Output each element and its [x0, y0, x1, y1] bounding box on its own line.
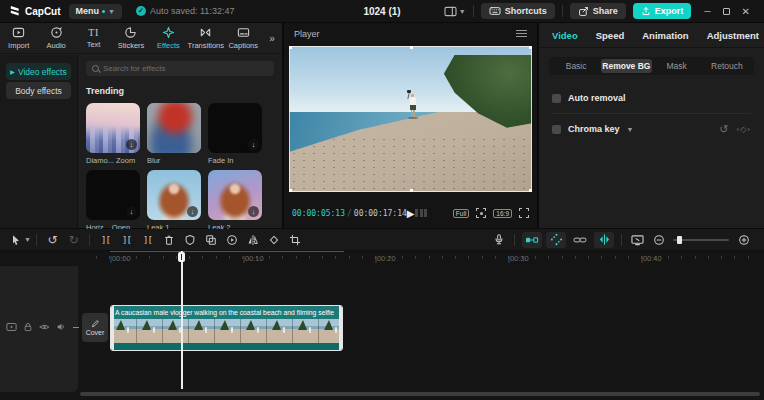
zoom-slider-knob[interactable] [677, 236, 682, 244]
media-panel: Import Audio TI Text Stickers Effects [0, 23, 282, 228]
reset-icon[interactable]: ↺ [719, 124, 728, 134]
menu-button[interactable]: Menu ▼ [69, 4, 122, 19]
video-clip[interactable]: A caucasian male vlogger walking on the … [110, 305, 343, 351]
tab-transitions[interactable]: Transitions [187, 23, 224, 53]
chevron-down-icon: ▼ [108, 8, 115, 15]
subtab-remove-bg[interactable]: Remove BG [601, 59, 651, 73]
tab-adjustment[interactable]: Adjustment [707, 30, 759, 41]
tab-stickers[interactable]: Stickers [112, 23, 149, 53]
tab-animation[interactable]: Animation [642, 30, 688, 41]
timeline-scrollbar[interactable] [80, 392, 760, 396]
expand-tabs-button[interactable]: » [262, 23, 282, 53]
sidebar-item-body-effects[interactable]: Body effects [6, 82, 71, 99]
delete-button[interactable] [158, 232, 179, 248]
timeline-zoom-in-button[interactable] [733, 232, 754, 248]
aspect-ratio-badge[interactable]: 16:9 [493, 209, 512, 218]
auto-split-toggle[interactable] [594, 232, 614, 248]
sidebar-item-video-effects[interactable]: ▶ Video effects [6, 63, 71, 80]
effect-thumbnail[interactable]: ↓ [208, 103, 262, 153]
effects-search[interactable] [86, 61, 274, 76]
timeline-ruler[interactable]: |00:00|00:10|00:20|00:30|00:40 [0, 251, 764, 266]
playhead-line[interactable] [181, 251, 183, 389]
freeze-button[interactable] [263, 232, 284, 248]
split-button[interactable]: ][ [95, 232, 116, 248]
share-button[interactable]: Share [570, 3, 626, 19]
clip-trim-handle-left[interactable] [111, 306, 114, 350]
effect-card[interactable]: ↓ Leak 1 [147, 170, 201, 232]
export-button[interactable]: Export [633, 3, 692, 19]
magnetic-toggle[interactable] [522, 232, 542, 248]
effect-thumbnail[interactable]: ↓ [147, 170, 201, 220]
window-minimize-button[interactable]: ─ [704, 6, 710, 16]
play-button[interactable]: ▶ [407, 208, 415, 219]
mask-button[interactable] [179, 232, 200, 248]
delete-right-button[interactable]: ][ [137, 232, 158, 248]
split-arrows-icon [598, 233, 611, 246]
tab-video[interactable]: Video [552, 30, 578, 41]
layout-icon [444, 6, 457, 17]
tab-speed[interactable]: Speed [596, 30, 625, 41]
tab-captions[interactable]: Captions [225, 23, 262, 53]
eye-icon[interactable] [39, 322, 50, 332]
tab-effects[interactable]: Effects [150, 23, 187, 53]
chevron-down-icon[interactable]: ▼ [627, 126, 634, 133]
tab-audio[interactable]: Audio [37, 23, 74, 53]
overlay-button[interactable] [200, 232, 221, 248]
timeline-zoom-slider[interactable] [673, 239, 729, 241]
preview-axis-button[interactable] [627, 232, 648, 248]
focus-icon[interactable] [476, 208, 486, 218]
tab-text[interactable]: TI Text [75, 23, 112, 53]
quality-badge[interactable]: Full [453, 209, 469, 218]
effect-card[interactable]: ↓ Horiz... Open [86, 170, 140, 232]
workspace-layout-button[interactable]: ▼ [444, 6, 466, 17]
timeline-zoom-out-button[interactable] [648, 232, 669, 248]
tab-label: Stickers [118, 41, 145, 50]
speaker-icon[interactable] [56, 322, 67, 332]
track-type-icon [6, 322, 17, 332]
effect-thumbnail[interactable]: ↓ [208, 170, 262, 220]
redo-button[interactable]: ↻ [63, 232, 84, 248]
effect-thumbnail[interactable]: ↓ [86, 170, 140, 220]
edit-cover-button[interactable]: Cover [82, 313, 108, 342]
effect-card[interactable]: ↓ Diamo... Zoom [86, 103, 140, 165]
effect-card[interactable]: Blur [147, 103, 201, 165]
player-menu-icon[interactable] [516, 30, 527, 37]
playhead-handle[interactable] [178, 252, 185, 262]
linking-toggle[interactable] [570, 232, 590, 248]
subtab-retouch[interactable]: Retouch [702, 59, 752, 73]
pencil-icon [91, 319, 100, 328]
effect-thumbnail[interactable] [147, 103, 201, 153]
subtab-basic[interactable]: Basic [551, 59, 601, 73]
track-collapse-icon[interactable] [73, 327, 79, 328]
speed-button[interactable] [221, 232, 242, 248]
video-preview[interactable] [289, 46, 532, 192]
divider [89, 234, 90, 246]
effect-thumbnail[interactable]: ↓ [86, 103, 140, 153]
select-tool-button[interactable]: ▼ [10, 232, 31, 248]
window-maximize-button[interactable] [723, 8, 730, 15]
keyframe-icon[interactable]: ‹◇› [737, 125, 751, 134]
effect-card[interactable]: ↓ Fade In [208, 103, 262, 165]
undo-button[interactable]: ↺ [42, 232, 63, 248]
crop-button[interactable] [284, 232, 305, 248]
effect-card[interactable]: ↓ Leak 2 [208, 170, 262, 232]
chroma-key-checkbox[interactable] [552, 125, 561, 134]
fullscreen-icon[interactable] [519, 208, 529, 218]
shortcuts-button[interactable]: Shortcuts [481, 3, 555, 19]
window-close-button[interactable]: ✕ [742, 6, 750, 17]
mirror-button[interactable] [242, 232, 263, 248]
voiceover-button[interactable] [488, 232, 509, 248]
clip-trim-handle-right[interactable] [339, 306, 342, 350]
magnetic-icon [525, 234, 539, 246]
subtab-mask[interactable]: Mask [652, 59, 702, 73]
auto-removal-checkbox[interactable] [552, 94, 561, 103]
delete-left-button[interactable]: ][ [116, 232, 137, 248]
trash-icon [163, 234, 175, 246]
tab-label: Audio [47, 41, 66, 50]
search-input[interactable] [103, 64, 268, 73]
track-header-panel [0, 266, 78, 392]
lock-icon[interactable] [23, 322, 33, 332]
frame-step-icon[interactable] [415, 209, 427, 217]
snapping-toggle[interactable] [546, 232, 566, 248]
tab-import[interactable]: Import [0, 23, 37, 53]
